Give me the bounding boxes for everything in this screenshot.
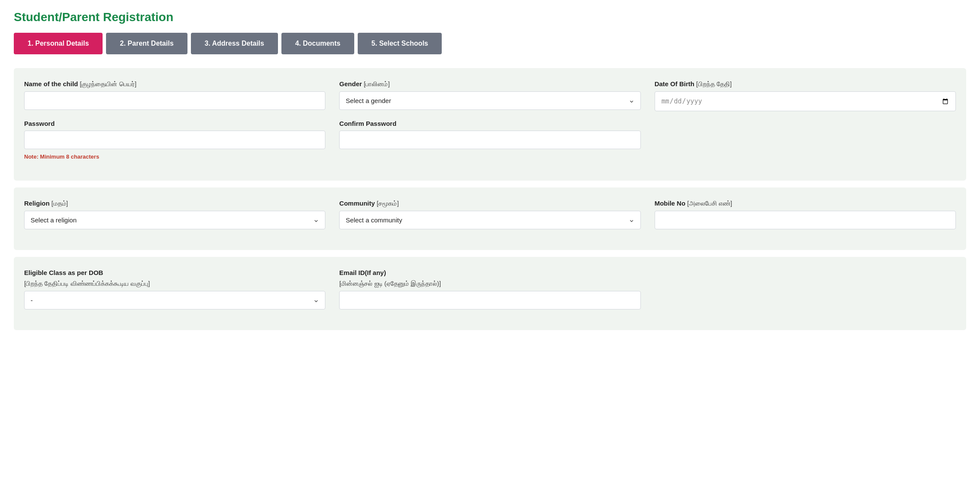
gender-group: Gender [பாலினம்] Select a gender Male Fe… — [339, 80, 640, 111]
religion-group: Religion [மதம்] Select a religion Hindu … — [24, 200, 325, 229]
personal-details-section: Name of the child [குழந்தையின் பெயர்] Ge… — [14, 68, 966, 181]
community-group: Community [சமூகம்] Select a community BC… — [339, 200, 640, 229]
community-label: Community [சமூகம்] — [339, 200, 640, 207]
religion-select[interactable]: Select a religion Hindu Muslim Christian… — [24, 211, 325, 229]
dob-label: Date Of Birth [பிறந்த தேதி] — [655, 80, 956, 88]
religion-label: Religion [மதம்] — [24, 200, 325, 207]
email-tamil-label: [மின்னஞ்சல் ஐடி (ஏதேனும் இருந்தால்)] — [339, 280, 640, 287]
empty-placeholder-2 — [655, 269, 956, 309]
confirm-password-label: Confirm Password — [339, 120, 640, 127]
tab-select-schools[interactable]: 5. Select Schools — [358, 33, 442, 54]
religion-select-wrapper: Select a religion Hindu Muslim Christian… — [24, 211, 325, 229]
community-select-wrapper: Select a community BC MBC SC ST OC — [339, 211, 640, 229]
email-input[interactable] — [339, 291, 640, 309]
row-eligible-email: Eligible Class as per DOB [பிறந்த தேதிப்… — [24, 269, 956, 309]
child-name-input[interactable] — [24, 91, 325, 110]
confirm-password-input[interactable] — [339, 131, 640, 149]
eligible-class-select-wrapper: - — [24, 291, 325, 309]
gender-select-wrapper: Select a gender Male Female Other — [339, 91, 640, 110]
dob-input[interactable] — [655, 91, 956, 111]
eligible-class-section: Eligible Class as per DOB [பிறந்த தேதிப்… — [14, 257, 966, 330]
mobile-group: Mobile No [அலைபேசி எண்] — [655, 200, 956, 229]
eligible-class-tamil-label: [பிறந்த தேதிப்படி விண்ணப்பிக்கக்கூடிய வக… — [24, 280, 325, 287]
religion-community-section: Religion [மதம்] Select a religion Hindu … — [14, 187, 966, 250]
mobile-input[interactable] — [655, 211, 956, 229]
password-group: Password Note: Minimum 8 characters — [24, 120, 325, 160]
email-group: Email ID(If any) [மின்னஞ்சல் ஐடி (ஏதேனும… — [339, 269, 640, 309]
tab-personal-details[interactable]: 1. Personal Details — [14, 33, 103, 54]
password-input[interactable] — [24, 131, 325, 149]
child-name-label: Name of the child [குழந்தையின் பெயர்] — [24, 80, 325, 88]
eligible-class-label: Eligible Class as per DOB — [24, 269, 325, 276]
community-select[interactable]: Select a community BC MBC SC ST OC — [339, 211, 640, 229]
eligible-class-select[interactable]: - — [24, 291, 325, 309]
tab-documents[interactable]: 4. Documents — [281, 33, 354, 54]
password-label: Password — [24, 120, 325, 127]
dob-group: Date Of Birth [பிறந்த தேதி] — [655, 80, 956, 111]
child-name-group: Name of the child [குழந்தையின் பெயர்] — [24, 80, 325, 111]
eligible-class-group: Eligible Class as per DOB [பிறந்த தேதிப்… — [24, 269, 325, 309]
gender-label: Gender [பாலினம்] — [339, 80, 640, 88]
confirm-password-group: Confirm Password — [339, 120, 640, 160]
tab-address-details[interactable]: 3. Address Details — [191, 33, 278, 54]
row-name-gender-dob: Name of the child [குழந்தையின் பெயர்] Ge… — [24, 80, 956, 111]
page-title: Student/Parent Registration — [14, 10, 966, 24]
password-note: Note: Minimum 8 characters — [24, 153, 325, 160]
tabs-nav: 1. Personal Details 2. Parent Details 3.… — [14, 33, 966, 54]
row-password: Password Note: Minimum 8 characters Conf… — [24, 120, 956, 160]
row-religion-community-mobile: Religion [மதம்] Select a religion Hindu … — [24, 200, 956, 229]
empty-placeholder — [655, 120, 956, 160]
gender-select[interactable]: Select a gender Male Female Other — [339, 91, 640, 110]
email-label: Email ID(If any) — [339, 269, 640, 276]
mobile-label: Mobile No [அலைபேசி எண்] — [655, 200, 956, 207]
tab-parent-details[interactable]: 2. Parent Details — [106, 33, 187, 54]
